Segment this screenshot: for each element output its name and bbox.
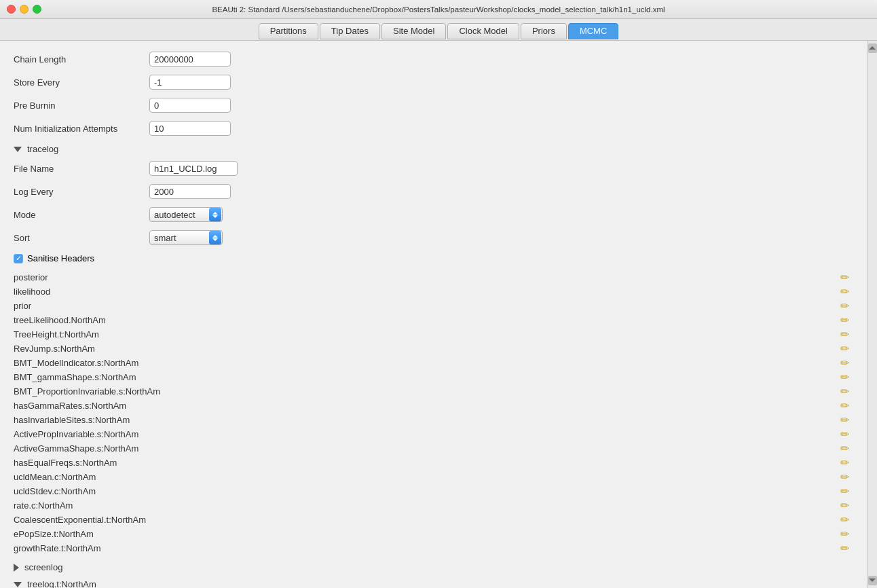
tab-tip-dates[interactable]: Tip Dates <box>320 23 380 39</box>
tracelog-collapse-icon <box>14 147 22 152</box>
log-item: ActiveGammaShape.s:NorthAm ✏ <box>14 441 853 456</box>
pencil-icon[interactable]: ✏ <box>840 414 849 426</box>
pencil-icon[interactable]: ✏ <box>840 542 849 555</box>
window-title: BEAUti 2: Standard /Users/sebastianduche… <box>212 5 665 14</box>
pencil-icon[interactable]: ✏ <box>840 528 849 540</box>
log-item-text: TreeHeight.t:NorthAm <box>14 329 99 339</box>
log-item: hasEqualFreqs.s:NorthAm ✏ <box>14 456 853 470</box>
tab-mcmc[interactable]: MCMC <box>568 23 618 39</box>
tracelog-section-header[interactable]: tracelog <box>14 144 853 154</box>
log-item: treeLikelihood.NorthAm ✏ <box>14 313 853 327</box>
log-item: prior ✏ <box>14 299 853 313</box>
tracelog-log-every-label: Log Every <box>14 187 149 197</box>
log-item: likelihood ✏ <box>14 284 853 299</box>
log-item-text: treeLikelihood.NorthAm <box>14 315 106 325</box>
pencil-icon[interactable]: ✏ <box>840 456 849 469</box>
log-item-text: hasInvariableSites.s:NorthAm <box>14 415 130 425</box>
tracelog-log-every-input[interactable] <box>149 184 231 199</box>
pre-burnin-label: Pre Burnin <box>14 100 149 111</box>
log-item-text: posterior <box>14 272 48 282</box>
pencil-icon[interactable]: ✏ <box>840 371 849 384</box>
num-init-input[interactable] <box>149 121 231 136</box>
log-item: rate.c:NorthAm ✏ <box>14 498 853 513</box>
tracelog-mode-select-wrap: autodetect tree compound <box>149 207 223 222</box>
log-item: BMT_ProportionInvariable.s:NorthAm ✏ <box>14 384 853 399</box>
log-item-text: ePopSize.t:NorthAm <box>14 529 94 539</box>
tracelog-sort-arrow <box>209 231 221 244</box>
screenlog-section-label: screenlog <box>24 562 62 572</box>
sanitise-headers-row: ✓ Sanitise Headers <box>14 253 853 263</box>
sanitise-headers-checkbox[interactable]: ✓ <box>14 254 23 263</box>
tab-site-model[interactable]: Site Model <box>381 23 446 39</box>
log-item: RevJump.s:NorthAm ✏ <box>14 342 853 356</box>
store-every-input[interactable] <box>149 75 231 90</box>
tracelog-log-items: posterior ✏ likelihood ✏ prior ✏ treeLik… <box>14 270 853 555</box>
scrollbar[interactable] <box>867 41 877 588</box>
close-button[interactable] <box>7 5 16 14</box>
pencil-icon[interactable]: ✏ <box>840 385 849 398</box>
screenlog-section-header[interactable]: screenlog <box>14 562 853 572</box>
log-item-text: ActivePropInvariable.s:NorthAm <box>14 429 138 439</box>
log-item-text: BMT_ProportionInvariable.s:NorthAm <box>14 386 160 397</box>
pencil-icon[interactable]: ✏ <box>840 356 849 369</box>
treelog-section-header[interactable]: treelog.t:NorthAm <box>14 579 853 588</box>
tabbar: Partitions Tip Dates Site Model Clock Mo… <box>0 19 877 41</box>
scroll-up-button[interactable] <box>868 43 877 53</box>
pre-burnin-input[interactable] <box>149 98 231 113</box>
log-item: CoalescentExponential.t:NorthAm ✏ <box>14 513 853 527</box>
tracelog-sort-row: Sort none smart alphabetic <box>14 230 853 245</box>
checkmark-icon: ✓ <box>16 255 22 262</box>
tracelog-sort-label: Sort <box>14 233 149 243</box>
tracelog-filename-label: File Name <box>14 164 149 174</box>
content-area: Chain Length Store Every Pre Burnin Num … <box>0 41 867 588</box>
tab-partitions[interactable]: Partitions <box>259 23 318 39</box>
chain-length-row: Chain Length <box>14 52 853 67</box>
tracelog-sort-select-wrap: none smart alphabetic <box>149 230 223 245</box>
pencil-icon[interactable]: ✏ <box>840 328 849 341</box>
store-every-label: Store Every <box>14 77 149 88</box>
log-item-text: likelihood <box>14 287 50 297</box>
log-item-text: ActiveGammaShape.s:NorthAm <box>14 443 138 454</box>
log-item-text: hasEqualFreqs.s:NorthAm <box>14 458 117 468</box>
chain-length-label: Chain Length <box>14 54 149 65</box>
log-item-text: ucldMean.c:NorthAm <box>14 472 96 482</box>
pencil-icon[interactable]: ✏ <box>840 471 849 483</box>
minimize-button[interactable] <box>20 5 29 14</box>
store-every-row: Store Every <box>14 75 853 90</box>
pencil-icon[interactable]: ✏ <box>840 285 849 298</box>
chain-length-input[interactable] <box>149 52 231 67</box>
tab-priors[interactable]: Priors <box>521 23 567 39</box>
log-item-text: ucldStdev.c:NorthAm <box>14 486 96 496</box>
tracelog-filename-input[interactable] <box>149 161 238 176</box>
pencil-icon[interactable]: ✏ <box>840 399 849 412</box>
treelog-section-label: treelog.t:NorthAm <box>27 579 96 588</box>
maximize-button[interactable] <box>33 5 41 14</box>
log-item: hasInvariableSites.s:NorthAm ✏ <box>14 413 853 427</box>
log-item: growthRate.t:NorthAm ✏ <box>14 541 853 555</box>
pencil-icon[interactable]: ✏ <box>840 485 849 498</box>
log-item-text: hasGammaRates.s:NorthAm <box>14 401 126 411</box>
pencil-icon[interactable]: ✏ <box>840 299 849 312</box>
tracelog-log-every-row: Log Every <box>14 184 853 199</box>
scroll-down-button[interactable] <box>868 576 877 585</box>
tracelog-filename-row: File Name <box>14 161 853 176</box>
pencil-icon[interactable]: ✏ <box>840 342 849 355</box>
sanitise-headers-label: Sanitise Headers <box>27 253 94 263</box>
log-item: ePopSize.t:NorthAm ✏ <box>14 527 853 541</box>
pencil-icon[interactable]: ✏ <box>840 442 849 455</box>
log-item-text: prior <box>14 301 31 311</box>
pencil-icon[interactable]: ✏ <box>840 314 849 327</box>
log-item-text: BMT_ModelIndicator.s:NorthAm <box>14 358 138 368</box>
log-item: hasGammaRates.s:NorthAm ✏ <box>14 399 853 413</box>
log-item: ucldMean.c:NorthAm ✏ <box>14 470 853 484</box>
num-init-row: Num Initialization Attempts <box>14 121 853 136</box>
tab-clock-model[interactable]: Clock Model <box>447 23 519 39</box>
pencil-icon[interactable]: ✏ <box>840 513 849 526</box>
pencil-icon[interactable]: ✏ <box>840 499 849 512</box>
tracelog-mode-label: Mode <box>14 210 149 220</box>
log-item: BMT_ModelIndicator.s:NorthAm ✏ <box>14 356 853 370</box>
log-item-text: CoalescentExponential.t:NorthAm <box>14 515 146 525</box>
pencil-icon[interactable]: ✏ <box>840 271 849 284</box>
log-item: BMT_gammaShape.s:NorthAm ✏ <box>14 370 853 384</box>
pencil-icon[interactable]: ✏ <box>840 428 849 441</box>
